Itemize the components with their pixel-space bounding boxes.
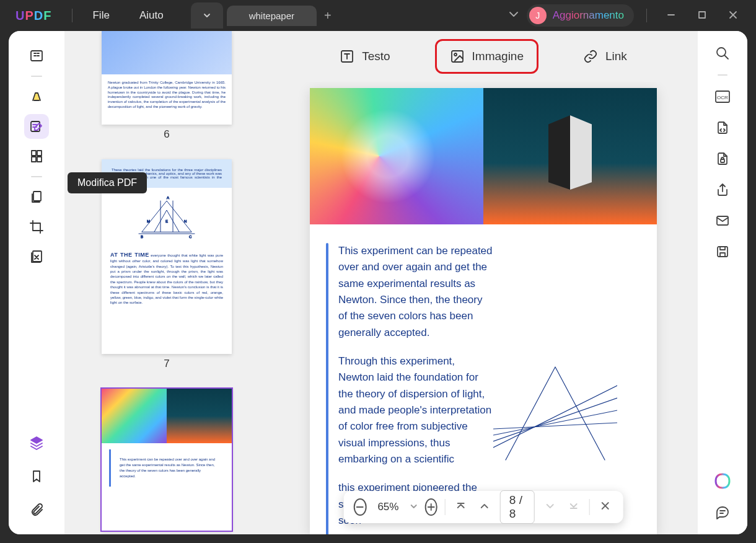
right-toolbar: OCR <box>698 31 747 534</box>
zoom-in-button[interactable] <box>424 498 437 516</box>
search-button[interactable] <box>713 43 732 63</box>
close-icon <box>729 11 737 19</box>
svg-rect-4 <box>37 151 42 156</box>
zoom-out-button[interactable] <box>354 498 367 516</box>
separator <box>718 74 727 76</box>
bookmark-button[interactable] <box>24 464 49 488</box>
update-label: Aggiornamento <box>553 9 624 22</box>
ai-button[interactable] <box>713 471 732 491</box>
protect-button[interactable] <box>713 149 732 169</box>
page-number: 6 <box>164 128 169 141</box>
menu-help[interactable]: Aiuto <box>125 9 178 22</box>
minimize-button[interactable] <box>659 11 683 21</box>
mail-icon <box>715 213 730 228</box>
zoom-value[interactable]: 65% <box>374 501 402 513</box>
layers-button[interactable] <box>24 430 49 455</box>
last-page-button[interactable] <box>566 498 582 516</box>
first-page-button[interactable] <box>453 498 469 516</box>
convert-button[interactable] <box>713 118 732 138</box>
quote-bar <box>326 243 328 534</box>
svg-rect-0 <box>699 12 705 18</box>
redact-tool[interactable] <box>24 244 49 269</box>
maximize-button[interactable] <box>690 11 714 21</box>
edit-icon <box>29 119 44 134</box>
attachment-button[interactable] <box>24 497 49 522</box>
svg-point-17 <box>454 53 457 56</box>
chevron-bottom-icon <box>568 500 579 511</box>
divider <box>646 9 647 22</box>
redact-icon <box>29 249 44 264</box>
maximize-icon <box>698 11 706 19</box>
share-button[interactable] <box>713 180 732 200</box>
layers-icon <box>29 435 44 450</box>
svg-text:B: B <box>141 235 143 239</box>
close-toolbar-button[interactable] <box>597 498 613 516</box>
app-logo: UPDF <box>0 9 67 23</box>
convert-icon <box>715 120 730 135</box>
comments-panel-button[interactable] <box>713 502 732 522</box>
svg-rect-7 <box>33 192 41 201</box>
separator <box>445 499 446 515</box>
email-button[interactable] <box>713 211 732 231</box>
new-tab-button[interactable]: + <box>317 9 339 23</box>
chevron-down-icon <box>410 503 417 510</box>
zoom-dropdown[interactable] <box>410 503 417 512</box>
ai-icon <box>714 473 731 489</box>
left-toolbar: Modifica PDF <box>9 31 64 534</box>
book-icon <box>29 48 44 63</box>
crop-tool[interactable] <box>24 214 49 239</box>
page-tools[interactable] <box>24 185 49 210</box>
svg-text:N: N <box>184 219 187 223</box>
document-stage[interactable]: This experiment can be repeated over and… <box>269 82 698 534</box>
divider <box>72 9 73 22</box>
svg-text:A: A <box>167 196 169 200</box>
prev-page-button[interactable] <box>477 498 493 516</box>
svg-rect-1 <box>31 51 42 61</box>
tab-dropdown[interactable] <box>191 2 223 29</box>
ocr-button[interactable]: OCR <box>713 87 732 107</box>
next-page-button[interactable] <box>542 498 558 516</box>
link-icon <box>583 49 598 64</box>
separator <box>31 176 42 177</box>
reader-tool[interactable] <box>24 43 49 68</box>
thumbnail-panel[interactable]: Newton graduated from Trinity College, C… <box>64 31 269 534</box>
tabs-overflow[interactable] <box>508 9 519 22</box>
update-button[interactable]: J Aggiornamento <box>527 4 634 27</box>
page-number: 7 <box>164 358 169 370</box>
svg-rect-16 <box>452 51 463 62</box>
thumbnail-page-6[interactable]: Newton graduated from Trinity College, C… <box>102 31 232 125</box>
save-icon <box>715 244 730 259</box>
edit-mode-tabs: Testo Immagine Link <box>269 31 698 82</box>
organize-tool[interactable] <box>24 144 49 169</box>
menu-file[interactable]: File <box>77 9 124 22</box>
tooltip: Modifica PDF <box>68 172 147 193</box>
paperclip-icon <box>30 503 43 516</box>
edit-link-tab[interactable]: Link <box>572 43 638 70</box>
chevron-down-icon <box>508 9 519 20</box>
svg-text:M: M <box>147 219 150 223</box>
close-button[interactable] <box>721 11 745 21</box>
minimize-icon <box>667 11 675 19</box>
edit-text-tab[interactable]: Testo <box>328 43 401 70</box>
page-indicator[interactable]: 8 / 8 <box>500 490 535 524</box>
edit-image-tab[interactable]: Immagine <box>439 43 535 70</box>
svg-text:OCR: OCR <box>717 95 728 100</box>
chevron-down-icon <box>545 500 556 511</box>
pages-icon <box>29 149 44 164</box>
page-content[interactable]: This experiment can be repeated over and… <box>310 88 657 534</box>
crop-icon <box>29 219 44 234</box>
bookmark-icon <box>30 469 43 483</box>
page-hero-image[interactable] <box>310 88 657 224</box>
search-icon <box>715 46 730 61</box>
thumbnail-page-8[interactable]: This experiment can be repeated over and… <box>102 389 232 531</box>
highlighter-icon <box>29 89 44 104</box>
page-stack-icon <box>29 190 44 205</box>
comment-tool[interactable] <box>24 84 49 109</box>
save-button[interactable] <box>713 242 732 262</box>
lock-file-icon <box>715 151 730 166</box>
chevron-down-icon <box>203 12 211 19</box>
separator <box>31 76 42 77</box>
edit-pdf-tool[interactable] <box>24 114 49 139</box>
svg-rect-3 <box>32 151 36 156</box>
document-tab[interactable]: whitepaper <box>227 6 317 26</box>
